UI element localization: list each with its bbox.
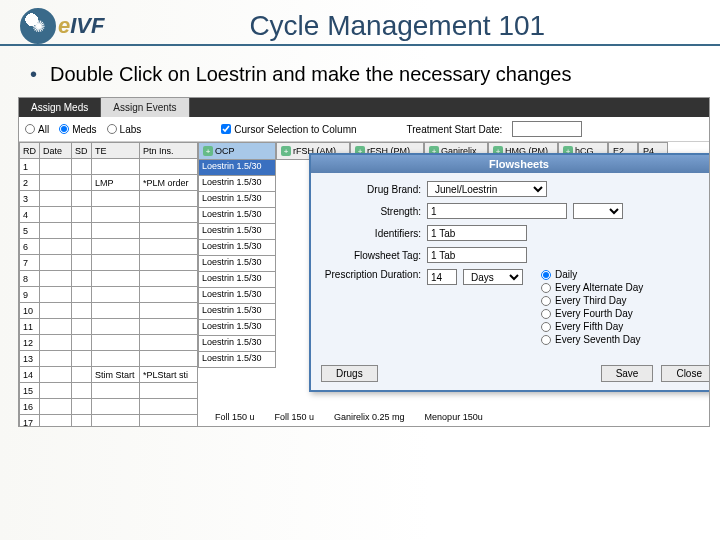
col-sd: SD <box>72 143 92 159</box>
col-ocp[interactable]: +OCP <box>198 142 276 160</box>
page-title: Cycle Management 101 <box>104 10 700 42</box>
brand-label: Drug Brand: <box>321 184 421 195</box>
dur-input[interactable] <box>427 269 457 285</box>
filter-meds[interactable]: Meds <box>59 124 96 135</box>
strength-label: Strength: <box>321 206 421 217</box>
drugs-button[interactable]: Drugs <box>321 365 378 382</box>
save-button[interactable]: Save <box>601 365 654 382</box>
freq-fifth[interactable]: Every Fifth Day <box>541 321 643 332</box>
logo-badge <box>20 8 56 44</box>
freq-alt[interactable]: Every Alternate Day <box>541 282 643 293</box>
ocp-cells: Loestrin 1.5/30 Loestrin 1.5/30 Loestrin… <box>198 160 276 368</box>
col-rd: RD <box>20 143 40 159</box>
ocp-cell[interactable]: Loestrin 1.5/30 <box>198 240 276 256</box>
strength-input[interactable] <box>427 203 567 219</box>
ocp-cell[interactable]: Loestrin 1.5/30 <box>198 336 276 352</box>
frequency-group: Daily Every Alternate Day Every Third Da… <box>541 269 643 345</box>
cursor-selection-checkbox[interactable]: Cursor Selection to Column <box>221 124 356 135</box>
tab-assign-meds[interactable]: Assign Meds <box>19 98 101 117</box>
app-window: Assign Meds Assign Events All Meds Labs … <box>18 97 710 427</box>
dialog-title: Flowsheets <box>311 155 710 173</box>
footer-meds: Foll 150 u Foll 150 u Ganirelix 0.25 mg … <box>209 410 489 424</box>
logo-ivf: IVF <box>70 13 104 38</box>
ocp-cell[interactable]: Loestrin 1.5/30 <box>198 176 276 192</box>
flowsheets-dialog: Flowsheets Drug Brand: Junel/Loestrin St… <box>309 153 710 392</box>
flow-label: Flowsheet Tag: <box>321 250 421 261</box>
filter-all[interactable]: All <box>25 124 49 135</box>
filter-labs[interactable]: Labs <box>107 124 142 135</box>
close-button[interactable]: Close <box>661 365 710 382</box>
ocp-cell[interactable]: Loestrin 1.5/30 <box>198 160 276 176</box>
cycle-grid: RD Date SD TE Ptn Ins. 1 2LMP*PLM order … <box>19 142 198 427</box>
brand-select[interactable]: Junel/Loestrin <box>427 181 547 197</box>
col-date: Date <box>40 143 72 159</box>
logo-e: e <box>58 13 70 38</box>
col-te: TE <box>92 143 140 159</box>
logo: eIVF <box>20 8 104 44</box>
dur-unit-select[interactable]: Days <box>463 269 523 285</box>
ocp-cell[interactable]: Loestrin 1.5/30 <box>198 208 276 224</box>
freq-daily[interactable]: Daily <box>541 269 643 280</box>
ocp-cell[interactable]: Loestrin 1.5/30 <box>198 272 276 288</box>
treatment-start-input[interactable] <box>512 121 582 137</box>
ocp-cell[interactable]: Loestrin 1.5/30 <box>198 288 276 304</box>
ocp-cell[interactable]: Loestrin 1.5/30 <box>198 352 276 368</box>
ocp-cell[interactable]: Loestrin 1.5/30 <box>198 224 276 240</box>
ident-input[interactable] <box>427 225 527 241</box>
ocp-cell[interactable]: Loestrin 1.5/30 <box>198 256 276 272</box>
col-ins: Ptn Ins. <box>140 143 198 159</box>
treatment-start-label: Treatment Start Date: <box>407 124 503 135</box>
ocp-cell[interactable]: Loestrin 1.5/30 <box>198 320 276 336</box>
tab-assign-events[interactable]: Assign Events <box>101 98 189 117</box>
flow-input[interactable] <box>427 247 527 263</box>
strength-unit-select[interactable] <box>573 203 623 219</box>
dur-label: Prescription Duration: <box>321 269 421 280</box>
instruction-bullet: Double Click on Loestrin and make the ne… <box>0 54 720 97</box>
ocp-cell[interactable]: Loestrin 1.5/30 <box>198 192 276 208</box>
freq-fourth[interactable]: Every Fourth Day <box>541 308 643 319</box>
ident-label: Identifiers: <box>321 228 421 239</box>
plus-icon: + <box>203 146 213 156</box>
ocp-cell[interactable]: Loestrin 1.5/30 <box>198 304 276 320</box>
freq-third[interactable]: Every Third Day <box>541 295 643 306</box>
freq-seventh[interactable]: Every Seventh Day <box>541 334 643 345</box>
plus-icon: + <box>281 146 291 156</box>
